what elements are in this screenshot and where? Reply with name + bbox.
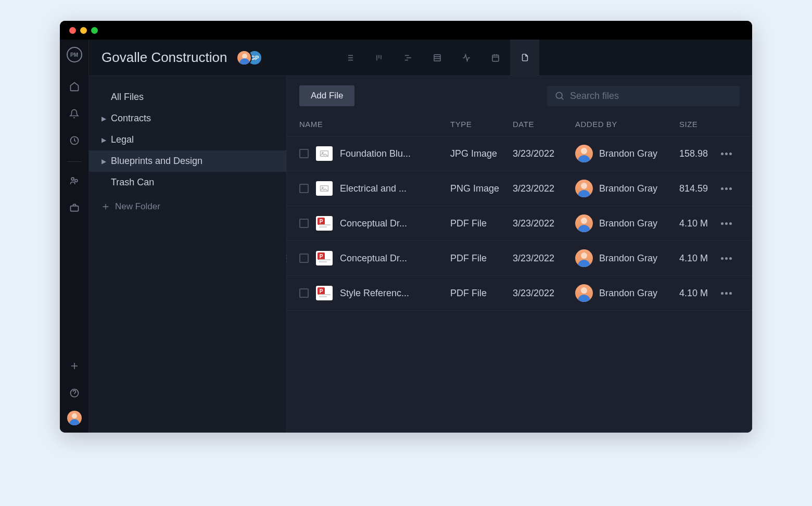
folder-label: All Files <box>111 92 144 103</box>
team-icon[interactable] <box>65 171 84 190</box>
notifications-icon[interactable] <box>65 104 84 123</box>
window-close-button[interactable] <box>69 27 76 34</box>
svg-point-2 <box>74 180 77 182</box>
row-more-button[interactable] <box>716 292 737 295</box>
user-avatar <box>575 180 593 197</box>
row-more-button[interactable] <box>716 222 737 225</box>
folder-item[interactable]: All Files <box>89 86 286 108</box>
window-minimize-button[interactable] <box>80 27 87 34</box>
titlebar <box>60 21 752 40</box>
file-row[interactable]: Electrical and ...PNG Image3/23/2022Bran… <box>287 171 752 206</box>
file-date: 3/23/2022 <box>513 253 575 264</box>
app-window: PM <box>60 21 752 433</box>
svg-rect-5 <box>434 55 440 61</box>
table-header: NAME TYPE DATE ADDED BY SIZE <box>287 116 752 136</box>
file-added-by: Brandon Gray <box>575 284 679 302</box>
files-view-tab[interactable] <box>510 40 539 76</box>
col-header-size[interactable]: SIZE <box>679 120 716 129</box>
folder-item[interactable]: Trash Can <box>89 172 286 193</box>
file-added-by: Brandon Gray <box>575 145 679 162</box>
file-row[interactable]: Foundation Blu...JPG Image3/23/2022Brand… <box>287 136 752 171</box>
search-field[interactable] <box>547 86 740 106</box>
user-name: Brandon Gray <box>599 218 657 229</box>
folder-sidebar: All Files▶Contracts▶Legal▶Blueprints and… <box>89 76 287 433</box>
help-icon[interactable] <box>65 384 84 402</box>
sheet-view-tab[interactable] <box>423 40 452 76</box>
file-name: Conceptual Dr... <box>340 218 407 229</box>
file-row[interactable]: Conceptual Dr...PDF File3/23/2022Brandon… <box>287 241 752 276</box>
current-user-avatar[interactable] <box>67 411 82 425</box>
add-file-button[interactable]: Add File <box>299 85 354 106</box>
add-icon[interactable] <box>65 357 84 375</box>
folder-label: Legal <box>111 134 134 145</box>
file-added-by: Brandon Gray <box>575 249 679 267</box>
file-thumb-icon <box>316 146 333 161</box>
user-name: Brandon Gray <box>599 253 657 264</box>
new-folder-label: New Folder <box>115 201 160 212</box>
file-date: 3/23/2022 <box>513 183 575 194</box>
file-thumb-icon <box>316 181 333 196</box>
file-thumb-icon <box>316 251 333 265</box>
user-avatar <box>575 214 593 232</box>
caret-right-icon: ▶ <box>102 115 107 122</box>
row-checkbox[interactable] <box>299 288 309 298</box>
col-header-type[interactable]: TYPE <box>450 120 513 129</box>
row-more-button[interactable] <box>716 257 737 260</box>
new-folder-button[interactable]: New Folder <box>89 193 286 220</box>
folder-item[interactable]: ▶Legal <box>89 129 286 150</box>
rail-divider <box>67 161 82 162</box>
file-thumb-icon <box>316 286 333 300</box>
member-avatar[interactable] <box>236 50 252 66</box>
file-name: Style Referenc... <box>340 288 409 299</box>
file-date: 3/23/2022 <box>513 288 575 299</box>
row-checkbox[interactable] <box>299 254 309 263</box>
file-size: 814.59 <box>679 183 716 194</box>
activity-view-tab[interactable] <box>452 40 481 76</box>
folder-item[interactable]: ▶Blueprints and Design <box>89 150 286 172</box>
row-checkbox[interactable] <box>299 219 309 228</box>
file-row[interactable]: Conceptual Dr...PDF File3/23/2022Brandon… <box>287 206 752 241</box>
row-checkbox[interactable] <box>299 184 309 193</box>
row-more-button[interactable] <box>716 187 737 190</box>
user-avatar <box>575 249 593 267</box>
svg-rect-6 <box>492 55 499 61</box>
file-added-by: Brandon Gray <box>575 214 679 232</box>
calendar-view-tab[interactable] <box>481 40 510 76</box>
clock-icon[interactable] <box>65 131 84 150</box>
search-input[interactable] <box>570 91 732 102</box>
svg-rect-3 <box>70 206 78 211</box>
svg-point-1 <box>71 178 74 180</box>
file-size: 4.10 M <box>679 218 716 229</box>
file-date: 3/23/2022 <box>513 148 575 159</box>
col-header-date[interactable]: DATE <box>513 120 575 129</box>
briefcase-icon[interactable] <box>65 198 84 217</box>
home-icon[interactable] <box>65 77 84 96</box>
main: Govalle Construction GP <box>89 40 752 433</box>
file-name: Foundation Blu... <box>340 148 411 159</box>
content: All Files▶Contracts▶Legal▶Blueprints and… <box>89 76 752 433</box>
app-logo[interactable]: PM <box>67 47 82 62</box>
file-type: PNG Image <box>450 183 513 194</box>
toolbar: Add File <box>287 76 752 116</box>
file-name: Conceptual Dr... <box>340 253 407 264</box>
caret-right-icon: ▶ <box>102 158 107 165</box>
svg-point-7 <box>556 92 562 98</box>
avatar-group[interactable]: GP <box>236 50 262 66</box>
row-more-button[interactable] <box>716 153 737 155</box>
folder-label: Contracts <box>111 113 151 124</box>
app-body: PM <box>60 40 752 433</box>
col-header-name[interactable]: NAME <box>299 120 450 129</box>
files-panel: Add File NAME TYPE DATE ADDED BY SIZE <box>287 76 752 433</box>
file-name: Electrical and ... <box>340 183 407 194</box>
folder-label: Trash Can <box>111 177 154 188</box>
window-maximize-button[interactable] <box>91 27 98 34</box>
view-tabs <box>335 40 539 76</box>
gantt-view-tab[interactable] <box>394 40 423 76</box>
board-view-tab[interactable] <box>364 40 394 76</box>
file-size: 4.10 M <box>679 253 716 264</box>
file-row[interactable]: Style Referenc...PDF File3/23/2022Brando… <box>287 276 752 311</box>
list-view-tab[interactable] <box>335 40 364 76</box>
row-checkbox[interactable] <box>299 149 309 158</box>
col-header-addedby[interactable]: ADDED BY <box>575 120 679 129</box>
folder-item[interactable]: ▶Contracts <box>89 108 286 129</box>
